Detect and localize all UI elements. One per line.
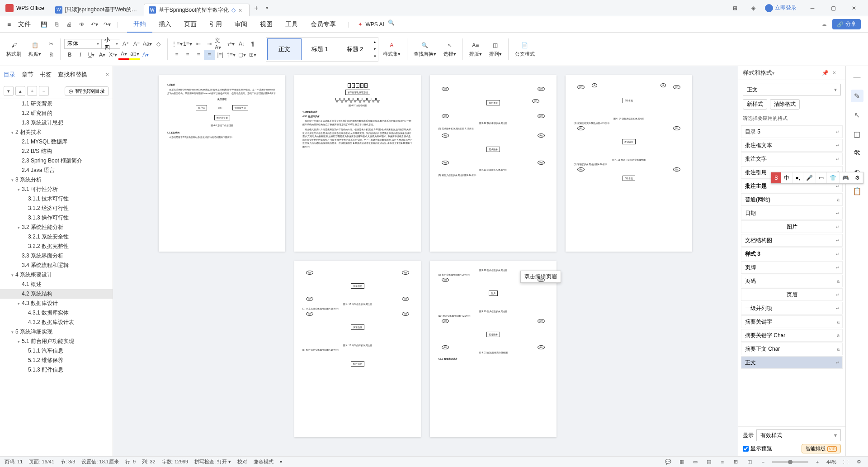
reading-view-icon[interactable]: ▭ bbox=[691, 458, 700, 466]
pin-icon[interactable]: 📌 bbox=[822, 70, 830, 76]
save-icon[interactable]: 💾 bbox=[39, 19, 49, 29]
tab-start[interactable]: 开始 bbox=[127, 16, 152, 33]
redo-icon[interactable]: ↷▾ bbox=[102, 19, 112, 29]
page-thumbnail[interactable]: 汽车信息 属性 属性 属性 属性 图 4. 17 汽车信息实体属性图 (7) 汽… bbox=[294, 261, 421, 437]
toc-item[interactable]: ▾3.1 可行性分析 bbox=[0, 185, 113, 194]
expand-icon[interactable]: ▾ bbox=[15, 339, 22, 344]
style-list-item[interactable]: 批注文字↵ bbox=[741, 152, 843, 165]
login-button[interactable]: 立即登录 bbox=[765, 4, 797, 12]
tab-reference[interactable]: 引用 bbox=[203, 16, 228, 33]
page-thumbnail[interactable]: □□□□□ 轿车数字化管理系统 模块 模块 模块 模块 模块 模块 模块 模块 … bbox=[294, 75, 421, 252]
toc-item[interactable]: 4.1 概述 bbox=[0, 280, 113, 289]
minus-icon[interactable]: − bbox=[39, 86, 49, 96]
styleset-button[interactable]: A 样式集▾ bbox=[380, 40, 403, 58]
style-down-icon[interactable]: ▾ bbox=[374, 47, 376, 51]
status-word-count[interactable]: 字数: 12999 bbox=[162, 458, 189, 465]
toc-item[interactable]: 1.1 研究背景 bbox=[0, 99, 113, 109]
bullets-icon[interactable]: ⋮≡▾ bbox=[171, 39, 182, 49]
close-button[interactable]: ✕ bbox=[844, 2, 864, 14]
search-icon[interactable]: 🔍 bbox=[388, 19, 398, 29]
cut-icon[interactable]: ✂ bbox=[46, 39, 57, 49]
toc-item[interactable]: 2.1 MYSQL 数据库 bbox=[0, 137, 113, 147]
style-list-item[interactable]: 批注框文本↵ bbox=[741, 139, 843, 152]
style-list-item[interactable]: 页脚↵ bbox=[741, 261, 843, 274]
expand-icon[interactable]: ▾ bbox=[9, 130, 15, 135]
gov-mode-button[interactable]: 📄 公文模式 bbox=[512, 40, 538, 58]
clipboard-icon[interactable]: 📋 bbox=[851, 185, 863, 197]
window-tile-icon[interactable]: ⊞ bbox=[729, 2, 741, 14]
style-list-item[interactable]: 摘要关键字a bbox=[741, 315, 843, 328]
select-tool-icon[interactable]: ↖ bbox=[851, 109, 863, 121]
toc-item[interactable]: 2.4 Java 语言 bbox=[0, 166, 113, 175]
expand-icon[interactable]: ▾ bbox=[15, 301, 22, 306]
ime-lang[interactable]: 中 bbox=[781, 172, 793, 183]
ime-skin-icon[interactable]: 👕 bbox=[827, 172, 840, 183]
tab-menu-button[interactable]: ▾ bbox=[262, 5, 272, 11]
preview-icon[interactable]: 👁 bbox=[77, 19, 87, 29]
page-thumbnail[interactable]: 我的事版 属性 属性 属性 属性 属性 图 4.12 我的事版实体属性图 (2)… bbox=[430, 75, 557, 252]
grid-view-icon[interactable]: ⊞ bbox=[731, 458, 741, 466]
zoom-out-icon[interactable]: − bbox=[759, 458, 768, 466]
tools-icon[interactable]: 🛠 bbox=[851, 147, 863, 159]
change-case-icon[interactable]: Aa▾ bbox=[142, 39, 153, 49]
page-thumbnail[interactable]: 4.1 概述 本系统采用B/S结构(Browser/Server,浏览器/服务器… bbox=[159, 75, 285, 252]
document-canvas[interactable]: 4.1 概述 本系统采用B/S结构(Browser/Server,浏览器/服务器… bbox=[113, 66, 738, 456]
copy-icon[interactable]: ⎘ bbox=[46, 50, 57, 60]
display-select[interactable]: 有效样式 bbox=[756, 429, 841, 441]
shading-icon[interactable]: ▢▾ bbox=[236, 50, 247, 60]
tab-ai-icon[interactable]: ◇ bbox=[231, 7, 236, 13]
ruler-view-icon[interactable]: ◫ bbox=[745, 458, 754, 466]
close-icon[interactable]: × bbox=[833, 70, 841, 76]
add-tab-button[interactable]: + bbox=[250, 4, 262, 12]
text-effects-icon[interactable]: A▾ bbox=[140, 50, 151, 60]
style-list-item[interactable]: 目录 5↵ bbox=[741, 125, 843, 138]
toc-item[interactable]: 4.2 系统结构 bbox=[0, 289, 113, 299]
export-icon[interactable]: ⎘ bbox=[52, 19, 61, 29]
ime-settings-icon[interactable]: ⚙ bbox=[852, 172, 863, 183]
toc-item[interactable]: 5.1.2 维修保养 bbox=[0, 356, 113, 365]
up-icon[interactable]: ▴ bbox=[15, 86, 25, 96]
nav-tab-find[interactable]: 查找和替换 bbox=[58, 71, 87, 79]
toc-item[interactable]: 3.1.2 经济可行性 bbox=[0, 204, 113, 213]
tab-page[interactable]: 页面 bbox=[178, 16, 203, 33]
arrange-button[interactable]: ◫ 排列▾ bbox=[486, 40, 505, 58]
style-list-item[interactable]: 样式 3↵ bbox=[741, 248, 843, 260]
toc-item[interactable]: 4.3.2 数据库设计表 bbox=[0, 318, 113, 327]
style-list-item[interactable]: 页码a bbox=[741, 275, 843, 287]
ime-logo-icon[interactable]: S bbox=[771, 172, 781, 183]
checkbox-icon[interactable] bbox=[743, 446, 749, 452]
ime-punct[interactable]: ●, bbox=[793, 172, 803, 183]
toc-item[interactable]: 3.4 系统流程和逻辑 bbox=[0, 261, 113, 270]
distribute-icon[interactable]: |≡| bbox=[215, 50, 226, 60]
tab-insert[interactable]: 插入 bbox=[152, 16, 178, 33]
ime-voice-icon[interactable]: 🎤 bbox=[803, 172, 816, 183]
expand-icon[interactable]: ▾ bbox=[15, 187, 22, 192]
maximize-button[interactable]: ▢ bbox=[823, 2, 844, 14]
outline-view-icon[interactable]: ≡ bbox=[718, 458, 727, 466]
nav-tab-toc[interactable]: 目录 bbox=[4, 71, 15, 79]
style-list-item[interactable]: 日期↵ bbox=[741, 207, 843, 219]
paste-button[interactable]: 📋 粘贴▾ bbox=[26, 40, 44, 58]
toc-item[interactable]: 4.3.1 数据库实体 bbox=[0, 308, 113, 318]
style-heading1[interactable]: 标题 1 bbox=[302, 38, 337, 60]
status-page-of[interactable]: 页面: 16/41 bbox=[29, 458, 54, 465]
toc-item[interactable]: ▾4 系统概要设计 bbox=[0, 270, 113, 280]
comment-view-icon[interactable]: 💬 bbox=[664, 458, 673, 466]
style-list-item[interactable]: 文档结构图↵ bbox=[741, 234, 843, 247]
find-replace-button[interactable]: 🔍 查找替换▾ bbox=[411, 40, 439, 58]
share-button[interactable]: 🔗 分享 bbox=[832, 19, 861, 29]
toc-item[interactable]: ▾3.2 系统性能分析 bbox=[0, 223, 113, 232]
toc-item[interactable]: ▾2 相关技术 bbox=[0, 128, 113, 137]
layout-button[interactable]: A≡ 排版▾ bbox=[467, 40, 485, 58]
style-list-item[interactable]: 正文↵ bbox=[741, 356, 843, 369]
style-list-item[interactable]: 图片↵ bbox=[741, 220, 843, 233]
edit-icon[interactable]: ✎ bbox=[851, 90, 863, 102]
borders-icon[interactable]: ⊞▾ bbox=[247, 50, 258, 60]
numbering-icon[interactable]: 1≡▾ bbox=[182, 39, 193, 49]
ime-game-icon[interactable]: 🎮 bbox=[840, 172, 852, 183]
document-tab-2[interactable]: W 基于SpringBoot的轿车数字化 ◇ × bbox=[144, 4, 250, 16]
line-spacing-icon[interactable]: ‡≡▾ bbox=[226, 50, 236, 60]
indent-right-icon[interactable]: ⇥ bbox=[204, 39, 215, 49]
status-spell[interactable]: 拼写检查: 打开 ▾ bbox=[194, 458, 231, 465]
collapse-icon[interactable]: — bbox=[851, 71, 863, 83]
